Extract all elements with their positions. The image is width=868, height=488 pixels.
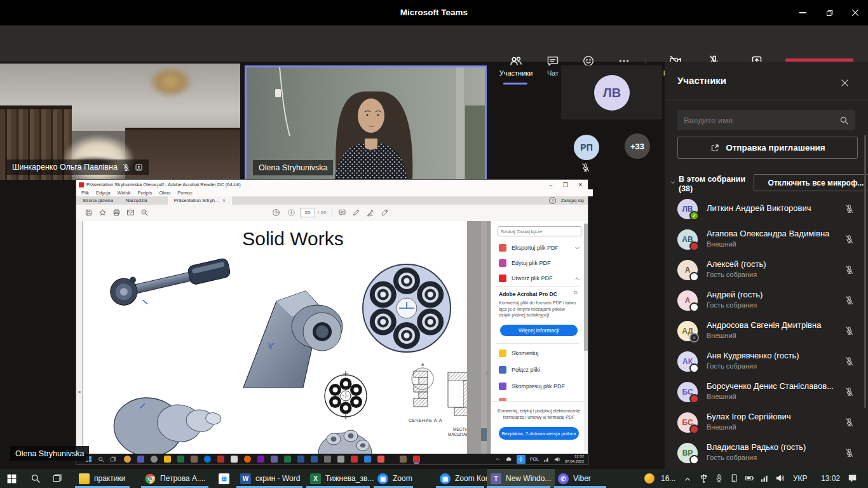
mic-off-icon[interactable] xyxy=(844,448,854,458)
tool-comment[interactable]: Skomentuj xyxy=(491,347,587,360)
thumbnails-collapse-strip[interactable]: ◂ xyxy=(76,221,83,454)
restore-button[interactable] xyxy=(822,5,837,20)
tab-tools[interactable]: Narzędzia xyxy=(119,196,154,205)
gimp-icon[interactable] xyxy=(400,456,407,463)
panel-close-icon[interactable] xyxy=(840,78,850,88)
section-chevron-icon[interactable] xyxy=(670,179,676,186)
skype-icon[interactable] xyxy=(204,456,211,463)
tab-close-icon[interactable]: × xyxy=(222,198,225,203)
comment-icon[interactable] xyxy=(338,208,346,217)
close-button[interactable] xyxy=(848,5,863,20)
highlight-pencil-icon[interactable] xyxy=(352,208,360,217)
pen-icon[interactable] xyxy=(231,456,238,463)
mic-off-icon[interactable] xyxy=(844,417,854,427)
participant-row[interactable]: АД ✕ Андросова Євгенія Дмитрівна Внешний xyxy=(665,316,868,346)
tray-counter[interactable]: 16... xyxy=(661,474,675,483)
tool-compress-pdf[interactable]: Skompresuj plik PDF xyxy=(491,380,587,393)
mute-all-button[interactable]: Отключить все микроф... xyxy=(754,174,868,191)
send-invite-button[interactable]: Отправка приглашения xyxy=(677,137,858,159)
battery-icon[interactable] xyxy=(745,473,754,483)
stamp-icon[interactable] xyxy=(381,208,389,217)
trial-button[interactable]: Bezpłatna, 7-dniowa wersja próbna xyxy=(499,427,579,440)
network-icon[interactable] xyxy=(543,456,550,463)
save-icon[interactable] xyxy=(85,208,93,217)
sign-icon[interactable] xyxy=(366,208,374,217)
tool-create-pdf[interactable]: Utwórz plik PDF xyxy=(491,272,587,285)
tray-chevron-icon[interactable] xyxy=(684,475,691,483)
app-icon[interactable] xyxy=(351,456,358,463)
mic-off-icon[interactable] xyxy=(844,295,854,305)
clock[interactable]: 13:02 xyxy=(821,474,840,483)
star-icon[interactable] xyxy=(98,208,107,217)
mic-icon[interactable] xyxy=(714,473,724,483)
tool-edit-pdf[interactable]: Edytuj plik PDF xyxy=(491,257,587,269)
acrobat-taskbar-icon[interactable] xyxy=(413,456,420,463)
video-tile-olena[interactable]: Olena Stryhunivska xyxy=(245,65,487,182)
menu-pomoc[interactable]: Pomoc xyxy=(177,190,192,196)
print-icon[interactable] xyxy=(112,208,121,217)
start-button[interactable] xyxy=(3,469,21,488)
more-info-button[interactable]: Więcej informacji xyxy=(500,325,578,336)
taskbar-app-chrome[interactable]: Петрова А.... xyxy=(141,469,209,488)
participants-tab[interactable]: Участники xyxy=(498,55,534,84)
tool-export-pdf[interactable]: Eksportuj plik PDF xyxy=(491,241,587,254)
participant-row[interactable]: ЛВ ✓ Литкин Андрей Викторович xyxy=(665,194,868,224)
excel-icon[interactable] xyxy=(284,456,291,463)
taskbar-search-button[interactable] xyxy=(27,469,44,488)
participant-row[interactable]: АК Аня Кудрявченко (гость) Гость собрани… xyxy=(665,346,868,377)
participant-row[interactable]: БС Булах Ігор Сергійович Внешний xyxy=(665,407,868,438)
panel-scrollbar-thumb[interactable] xyxy=(584,224,588,351)
taskbar-app-teams-active[interactable]: T New Windo... xyxy=(487,469,555,488)
avatar-small[interactable]: РП xyxy=(574,135,599,160)
taskbar-app-viber[interactable]: ✆ Viber xyxy=(554,469,595,488)
taskbar-app-word[interactable]: W скрин - Word xyxy=(236,469,304,488)
mic-off-icon[interactable] xyxy=(844,234,854,244)
usb-icon[interactable] xyxy=(699,473,709,483)
avatar-tile[interactable]: ЛВ xyxy=(561,65,662,119)
task-view-button[interactable] xyxy=(48,469,66,488)
taskbar-app-folder[interactable]: практики xyxy=(75,469,129,488)
tools-panel-expand-arrow[interactable]: ▸ xyxy=(486,370,489,376)
shared-lang-indicator[interactable]: POL xyxy=(530,457,539,461)
participant-row[interactable]: ВР Владислав Радько (гость) Гость собран… xyxy=(665,438,868,468)
acrobat-close[interactable]: ✕ xyxy=(578,182,583,188)
tab-document[interactable]: Präsentation Srtryh... × xyxy=(168,196,232,205)
overflow-participants-badge[interactable]: +33 xyxy=(625,133,650,159)
participant-row[interactable]: А Алексей (гость) Гость собрания xyxy=(665,255,868,285)
mic-off-icon[interactable] xyxy=(844,265,854,274)
mic-off-icon[interactable] xyxy=(844,204,854,214)
menu-plik[interactable]: Plik xyxy=(81,190,89,196)
participant-row[interactable]: АВ Агапова Олександра Вадимівна Внешний xyxy=(665,224,868,255)
tool-combine-files[interactable]: Połącz pliki xyxy=(491,363,587,376)
mic-off-icon[interactable] xyxy=(844,387,854,396)
participant-row[interactable]: А Андрей (гость) Гость собрания xyxy=(665,285,868,316)
zoom-out-icon[interactable] xyxy=(140,208,149,217)
menu-widok[interactable]: Widok xyxy=(118,190,131,196)
app-icon[interactable] xyxy=(297,456,304,463)
speaker-icon[interactable] xyxy=(554,456,560,463)
teams-icon[interactable] xyxy=(271,456,278,463)
page-down-icon[interactable] xyxy=(287,208,295,217)
participant-row[interactable]: БС Борсученко Денис Станіславов... Внешн… xyxy=(665,377,868,407)
search-input[interactable] xyxy=(677,116,839,125)
action-center-icon[interactable] xyxy=(848,473,857,483)
speaker-icon[interactable] xyxy=(775,473,785,483)
onedrive-cloud-icon[interactable] xyxy=(505,456,512,463)
calculator-icon[interactable] xyxy=(324,456,331,463)
mic-off-icon[interactable] xyxy=(844,326,854,336)
participant-search[interactable] xyxy=(677,110,855,130)
firefox-icon[interactable] xyxy=(244,456,251,463)
app-icon[interactable] xyxy=(217,456,224,463)
help-icon[interactable]: ? xyxy=(549,197,556,204)
folder-icon[interactable] xyxy=(164,456,171,463)
phone-link-icon[interactable] xyxy=(729,473,739,483)
video-tile-shynkarenko[interactable]: Шинкаренко Ольга Павлівна xyxy=(0,64,240,180)
tab-home[interactable]: Strona główna xyxy=(76,196,119,205)
shared-clock[interactable]: 12:02 07.04.2022 xyxy=(565,454,584,464)
page-scrollbar-track[interactable] xyxy=(481,221,487,454)
acrobat-window[interactable]: Präsentation Stryhunivska Olena.pdf - Ad… xyxy=(76,180,588,464)
gear-icon[interactable] xyxy=(151,456,158,463)
onenote-icon[interactable] xyxy=(257,456,264,463)
mic-off-icon[interactable] xyxy=(844,356,854,366)
app-icon[interactable] xyxy=(124,456,131,463)
